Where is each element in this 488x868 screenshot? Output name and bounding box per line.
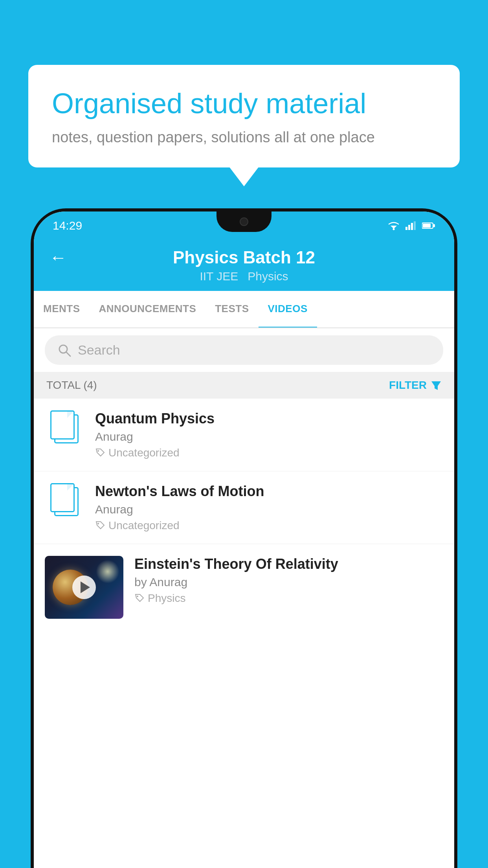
total-count: TOTAL (4) bbox=[46, 379, 97, 392]
svg-point-14 bbox=[137, 596, 138, 597]
play-button[interactable] bbox=[72, 576, 96, 599]
course-label: IIT JEE bbox=[200, 270, 238, 283]
phone-content: Search TOTAL (4) FILTER bbox=[34, 328, 454, 631]
app-header: ← Physics Batch 12 IIT JEE Physics bbox=[34, 240, 454, 291]
status-time: 14:29 bbox=[53, 219, 82, 232]
svg-rect-4 bbox=[411, 223, 413, 230]
video-author: Anurag bbox=[95, 503, 443, 516]
tab-announcements[interactable]: ANNOUNCEMENTS bbox=[90, 291, 206, 328]
tab-videos[interactable]: VIDEOS bbox=[259, 291, 317, 328]
video-author: Anurag bbox=[95, 430, 443, 443]
wifi-icon bbox=[387, 221, 400, 230]
battery-icon bbox=[422, 222, 435, 229]
svg-point-13 bbox=[97, 523, 99, 524]
tab-tests[interactable]: TESTS bbox=[205, 291, 258, 328]
svg-point-1 bbox=[393, 228, 395, 230]
video-thumbnail-3 bbox=[45, 556, 123, 619]
tabs-bar: MENTS ANNOUNCEMENTS TESTS VIDEOS bbox=[34, 291, 454, 328]
search-bar[interactable]: Search bbox=[45, 335, 443, 365]
filter-label: FILTER bbox=[389, 379, 427, 392]
camera bbox=[240, 217, 248, 226]
video-title: Einstein's Theory Of Relativity bbox=[134, 556, 443, 572]
glow-decoration bbox=[96, 560, 119, 583]
phone-screen: 14:29 bbox=[34, 211, 454, 868]
svg-rect-3 bbox=[408, 225, 410, 230]
svg-rect-5 bbox=[414, 221, 416, 230]
video-info-1: Quantum Physics Anurag Uncategorized bbox=[95, 410, 443, 459]
bubble-subtitle: notes, question papers, solutions all at… bbox=[52, 129, 436, 146]
signal-icon bbox=[405, 221, 416, 230]
list-item[interactable]: Quantum Physics Anurag Uncategorized bbox=[34, 399, 454, 471]
filter-icon bbox=[431, 380, 442, 391]
list-item[interactable]: Newton's Laws of Motion Anurag Uncategor… bbox=[34, 471, 454, 544]
search-container: Search bbox=[34, 328, 454, 372]
search-placeholder: Search bbox=[78, 342, 120, 358]
video-tag: Uncategorized bbox=[95, 447, 443, 459]
filter-button[interactable]: FILTER bbox=[389, 379, 442, 392]
status-bar: 14:29 bbox=[34, 211, 454, 240]
svg-line-10 bbox=[66, 352, 70, 356]
svg-marker-11 bbox=[431, 381, 441, 390]
tag-icon bbox=[95, 448, 105, 458]
video-info-3: Einstein's Theory Of Relativity by Anura… bbox=[134, 556, 443, 605]
svg-rect-8 bbox=[433, 224, 435, 227]
video-info-2: Newton's Laws of Motion Anurag Uncategor… bbox=[95, 483, 443, 532]
svg-rect-2 bbox=[405, 227, 407, 230]
svg-rect-7 bbox=[423, 224, 431, 228]
status-icons bbox=[387, 221, 435, 230]
video-title: Newton's Laws of Motion bbox=[95, 483, 443, 500]
speech-bubble: Organised study material notes, question… bbox=[28, 65, 460, 167]
document-icon bbox=[50, 410, 79, 444]
video-tag: Uncategorized bbox=[95, 519, 443, 532]
video-thumbnail-1 bbox=[45, 410, 84, 444]
svg-point-12 bbox=[97, 450, 99, 452]
back-button[interactable]: ← bbox=[50, 248, 67, 267]
video-thumbnail-2 bbox=[45, 483, 84, 517]
bubble-title: Organised study material bbox=[52, 86, 436, 120]
document-icon bbox=[50, 483, 79, 517]
header-row: ← Physics Batch 12 bbox=[50, 248, 438, 267]
play-triangle-icon bbox=[81, 581, 90, 593]
video-title: Quantum Physics bbox=[95, 410, 443, 427]
header-subtitle: IIT JEE Physics bbox=[200, 270, 288, 283]
phone-frame: 14:29 bbox=[31, 208, 457, 868]
tab-ments[interactable]: MENTS bbox=[34, 291, 90, 328]
video-author: by Anurag bbox=[134, 576, 443, 589]
search-icon bbox=[57, 343, 72, 357]
notch bbox=[216, 211, 272, 232]
filter-row: TOTAL (4) FILTER bbox=[34, 372, 454, 399]
video-tag: Physics bbox=[134, 592, 443, 605]
tag-icon bbox=[95, 520, 105, 531]
page-title: Physics Batch 12 bbox=[173, 248, 315, 267]
tag-icon bbox=[134, 593, 145, 603]
list-item[interactable]: Einstein's Theory Of Relativity by Anura… bbox=[34, 544, 454, 631]
subject-label: Physics bbox=[248, 270, 288, 283]
video-list: Quantum Physics Anurag Uncategorized bbox=[34, 399, 454, 631]
